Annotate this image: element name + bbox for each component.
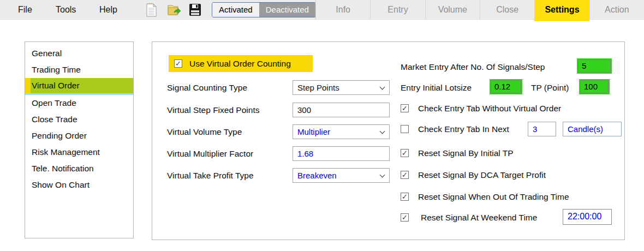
reset-signal-by-dca-target-profit-label: Reset Signal By DCA Target Profit [418,168,546,182]
sidebar-item-risk-management[interactable]: Risk Management [25,144,133,160]
candles-unit-select[interactable]: Candle(s) [563,122,622,136]
reset-signal-by-initial-tp-checkbox[interactable]: ✓ [401,149,409,157]
signal-counting-type-value: Step Points [297,83,339,92]
reset-signal-by-dca-target-profit-checkbox[interactable]: ✓ [401,171,409,179]
candles-unit-value: Candle(s) [568,124,603,134]
open-file-icon[interactable] [167,3,181,17]
weekend-time-input[interactable]: 22:00:00 [563,209,612,225]
menu-tools[interactable]: Tools [56,0,76,20]
check-entry-tab-in-next-checkbox[interactable] [401,125,409,133]
sidebar-item-tele-notification[interactable]: Tele. Notification [25,160,133,177]
signal-counting-type-label: Signal Counting Type [167,80,247,95]
chevron-down-icon [380,84,385,89]
deactivated-button[interactable]: Deactivated [259,3,315,17]
new-file-icon-glyph [146,3,157,17]
use-virtual-order-counting-label: Use Virtual Order Counting [189,56,291,71]
virtual-volume-type-value: Multiplier [297,127,330,136]
weekend-time-value: 22:00:00 [568,212,601,221]
market-entry-after-signals-value: 5 [578,59,611,73]
market-entry-after-signals-input[interactable]: 5 [577,58,612,74]
reset-signal-out-of-trading-time-checkbox[interactable]: ✓ [401,193,409,201]
virtual-multiplier-factor-label: Virtual Multiplier Factor [167,146,253,161]
save-icon-glyph [189,3,201,16]
entry-initial-lotsize-value: 0.12 [491,80,521,93]
signal-counting-type-select[interactable]: Step Points [293,80,390,95]
use-virtual-order-counting-checkbox[interactable]: ✓ [174,59,182,68]
virtual-multiplier-factor-value: 1.68 [297,149,313,158]
new-file-icon[interactable] [144,3,158,17]
activation-toggle: Activated Deactivated [212,2,316,17]
tabstrip: Info Entry Volume Close Settings Action [315,0,644,20]
check-entry-tab-without-virtual-order-checkbox[interactable]: ✓ [401,104,409,112]
tab-action[interactable]: Action [589,0,644,20]
virtual-multiplier-factor-input[interactable]: 1.68 [293,146,390,161]
virtual-take-profit-type-select[interactable]: Breakeven [293,168,390,183]
sidebar-item-trading-time[interactable]: Trading Time [25,62,133,78]
tp-point-value: 100 [580,80,609,93]
chevron-down-icon [380,172,385,177]
check-entry-tab-in-next-input[interactable]: 3 [528,122,556,136]
open-file-icon-glyph [167,3,181,16]
tp-point-input[interactable]: 100 [579,79,610,94]
tab-volume[interactable]: Volume [425,0,480,20]
virtual-take-profit-type-label: Virtual Take Profit Type [167,168,254,183]
menubar: File Tools Help Activated Deactivated In [0,0,644,20]
save-icon[interactable] [188,3,202,17]
tab-close[interactable]: Close [480,0,534,20]
reset-signal-by-initial-tp-label: Reset Signal By Initial TP [418,146,514,160]
activated-button[interactable]: Activated [212,3,259,17]
use-virtual-order-counting-row: ✓ Use Virtual Order Counting [169,55,313,72]
virtual-order-panel: ✓ Use Virtual Order Counting Signal Coun… [152,41,625,240]
tp-point-label: TP (Point) [531,80,569,95]
reset-signal-at-weekend-time-label: Reset Signal At Weekend Time [421,210,537,225]
settings-sidebar: General Trading Time Virtual Order Open … [25,41,134,238]
virtual-step-fixed-points-label: Virtual Step Fixed Points [167,103,259,117]
reset-signal-at-weekend-time-checkbox[interactable]: ✓ [401,213,409,222]
virtual-step-fixed-points-input[interactable]: 300 [293,103,390,117]
virtual-take-profit-type-value: Breakeven [297,171,337,180]
tab-entry[interactable]: Entry [370,0,425,20]
reset-signal-out-of-trading-time-label: Reset Signal When Out Of Trading Time [418,189,569,204]
entry-initial-lotsize-label: Entry Initial Lotsize [401,80,472,95]
check-entry-tab-without-virtual-order-label: Check Entry Tab Without Virtual Order [418,101,561,116]
tab-settings[interactable]: Settings [534,0,589,21]
sidebar-item-virtual-order[interactable]: Virtual Order [25,78,133,95]
check-entry-tab-in-next-label: Check Entry Tab In Next [418,122,509,136]
entry-initial-lotsize-input[interactable]: 0.12 [490,79,522,94]
sidebar-item-open-trade[interactable]: Open Trade [25,95,133,111]
tab-info[interactable]: Info [315,0,370,20]
sidebar-item-pending-order[interactable]: Pending Order [25,128,133,144]
menu-help[interactable]: Help [99,0,117,20]
virtual-volume-type-label: Virtual Volume Type [167,124,242,139]
menu-file[interactable]: File [18,0,32,20]
chevron-down-icon [380,128,385,134]
check-entry-tab-in-next-value: 3 [533,124,537,134]
sidebar-item-close-trade[interactable]: Close Trade [25,111,133,128]
virtual-volume-type-select[interactable]: Multiplier [293,124,390,139]
virtual-step-fixed-points-value: 300 [297,105,311,115]
sidebar-item-general[interactable]: General [25,45,133,62]
market-entry-after-signals-label: Market Entry After No. Of Signals/Step [401,59,545,74]
sidebar-item-show-on-chart[interactable]: Show On Chart [25,177,133,193]
